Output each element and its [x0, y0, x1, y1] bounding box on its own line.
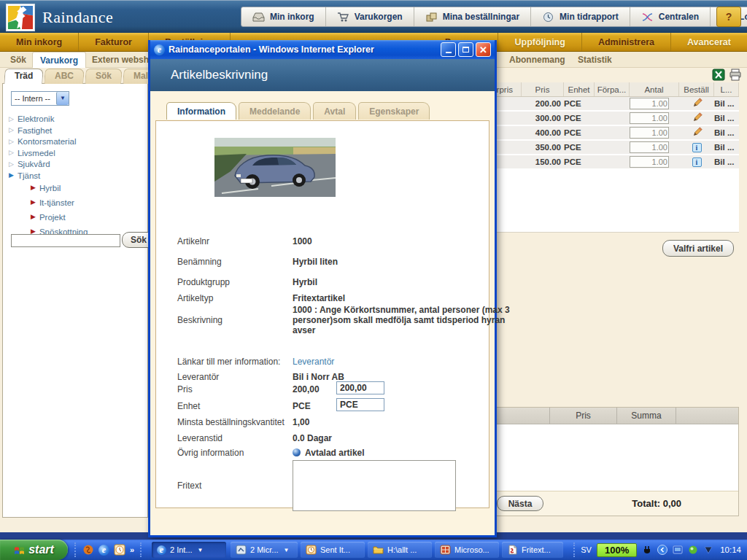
close-button[interactable]: ✕	[476, 42, 491, 57]
quick-launch-clock-icon[interactable]	[114, 544, 125, 556]
taskbar-task-microsoft-app[interactable]: Microso...	[435, 542, 499, 558]
windows-flag-icon	[14, 545, 25, 556]
leverantor-link[interactable]: Leverantör	[293, 357, 511, 367]
print-icon[interactable]	[729, 69, 742, 81]
tree-item-elektronik[interactable]: ▷Elektronik	[9, 114, 144, 123]
cell-leverantor[interactable]: Bil ...	[714, 158, 739, 166]
tree-item-hyrbil[interactable]: ▶Hyrbil	[31, 184, 144, 192]
quick-launch-overflow-chevron[interactable]: »	[130, 545, 134, 554]
cell-leverantor[interactable]: Bil ...	[714, 114, 739, 122]
sidebar-tabs: Träd ABC Sök Mallar	[4, 69, 169, 84]
info-icon[interactable]: i	[692, 143, 702, 152]
table-row: 400.00 PCE Bil ...	[481, 126, 739, 141]
col-header-leverantor: L...	[714, 82, 739, 96]
taskbar-clock[interactable]: 10:14	[720, 545, 741, 554]
subnav-sok[interactable]: Sök	[3, 52, 34, 68]
antal-input[interactable]	[630, 127, 669, 139]
maximize-button[interactable]	[458, 42, 473, 57]
antal-input[interactable]	[630, 98, 669, 109]
tree-item-it-tjanster[interactable]: ▶It-tjänster	[31, 198, 144, 207]
taskbar-task-microsoft[interactable]: 2 Micr... ▼	[231, 542, 298, 558]
tree-item-tjanst[interactable]: ▶Tjänst	[9, 171, 144, 180]
nav-administrera[interactable]: Administrera	[582, 33, 671, 51]
tree-item-sjukvard[interactable]: ▷Sjukvård	[9, 160, 144, 168]
field-value: 1000 : Ange Körkortsnummer, antal person…	[293, 305, 513, 335]
leaf-triangle-icon: ▶	[31, 199, 36, 206]
hide-icons-chevron[interactable]	[657, 545, 667, 555]
tree-item-label: Hyrbil	[39, 184, 61, 192]
cell-enhet: PCE	[564, 128, 595, 137]
brand-name: Raindance	[42, 8, 113, 27]
help-button[interactable]: ?	[716, 7, 741, 27]
tree-item-livsmedel[interactable]: ▷Livsmedel	[9, 149, 144, 158]
nav-fakturor[interactable]: Fakturor	[79, 33, 149, 51]
cell-leverantor[interactable]: Bil ...	[714, 99, 739, 108]
tree-item-label: Livsmedel	[18, 149, 55, 158]
taskbar-task-folder[interactable]: H:\allt ...	[368, 542, 432, 558]
top-menu-min-tidrapport[interactable]: Min tidrapport	[531, 7, 630, 26]
valfri-artikel-button[interactable]: Valfri artikel	[662, 240, 734, 257]
pris-input[interactable]	[336, 381, 384, 394]
tree-item-fastighet[interactable]: ▷Fastighet	[9, 126, 144, 135]
article-detail-panel: Artikelnr 1000 Benämning Hyrbil liten Pr…	[155, 120, 489, 508]
popup-title-bar[interactable]: e Raindanceportalen - Windows Internet E…	[150, 40, 495, 59]
top-menu-varukorgen[interactable]: Varukorgen	[326, 7, 414, 26]
excel-export-icon[interactable]	[712, 69, 725, 81]
sidebar-tab-abc[interactable]: ABC	[44, 69, 85, 84]
antal-input[interactable]	[630, 141, 669, 153]
nav-uppfoljning[interactable]: Uppföljning	[498, 33, 581, 51]
subnav-varukorg[interactable]: Varukorg	[32, 52, 86, 68]
tree-item-kontorsmaterial[interactable]: ▷Kontorsmaterial	[9, 137, 144, 146]
tab-egenskaper[interactable]: Egenskaper	[358, 102, 430, 120]
fritext-textarea[interactable]	[293, 460, 456, 511]
network-tray-icon[interactable]	[673, 545, 683, 555]
sidebar-tab-label: Sök	[96, 71, 112, 81]
quick-launch-app-icon[interactable]	[82, 544, 94, 556]
power-plug-icon[interactable]	[642, 545, 652, 555]
top-menu-label: Varukorgen	[355, 12, 403, 22]
cart-total-label: Totalt:	[632, 498, 660, 509]
inbox-icon	[252, 12, 265, 23]
subnav-statistik[interactable]: Statistik	[570, 52, 619, 68]
field-value: Hyrbil liten	[293, 257, 511, 267]
tab-information[interactable]: Information	[166, 102, 236, 120]
tree-filter-select[interactable]: -- Intern -- ▼	[11, 91, 69, 106]
subnav-abonnemang[interactable]: Abonnemang	[502, 52, 573, 68]
info-icon[interactable]: i	[692, 158, 702, 167]
taskbar-task-fritext[interactable]: Fritext...	[502, 542, 563, 558]
triangle-tray-icon[interactable]	[703, 545, 713, 555]
tab-meddelande[interactable]: Meddelande	[239, 102, 311, 120]
edit-pencil-icon[interactable]	[692, 127, 703, 138]
edit-pencil-icon[interactable]	[692, 112, 703, 123]
collapsed-triangle-icon: ▷	[9, 161, 14, 168]
nav-avancerat[interactable]: Avancerat	[671, 33, 747, 51]
edit-pencil-icon[interactable]	[692, 98, 703, 109]
sidebar-tab-trad[interactable]: Träd	[4, 69, 44, 84]
nasta-button[interactable]: Nästa	[497, 496, 543, 511]
zoom-level-indicator[interactable]: 100%	[597, 543, 637, 557]
sidebar-tab-sok[interactable]: Sök	[85, 69, 123, 84]
sidebar-search-input[interactable]	[11, 234, 120, 247]
antal-input[interactable]	[630, 112, 669, 124]
tree-item-projekt[interactable]: ▶Projekt	[31, 213, 144, 222]
cell-leverantor[interactable]: Bil ...	[714, 128, 739, 137]
antal-input[interactable]	[630, 156, 669, 168]
sidebar-tab-label: ABC	[55, 71, 74, 81]
top-menu-mina-bestallningar[interactable]: Mina beställningar	[414, 7, 531, 26]
nav-min-inkorg[interactable]: Min inkorg	[0, 33, 79, 51]
taskbar-task-internet[interactable]: e 2 Int... ▼	[152, 542, 226, 558]
taskbar-task-sent-items[interactable]: Sent It...	[301, 542, 365, 558]
top-menu-centralen[interactable]: Centralen	[630, 7, 711, 26]
messenger-tray-icon[interactable]	[688, 545, 698, 555]
language-indicator[interactable]: SV	[581, 545, 592, 554]
taskbar: start e » e 2 Int... ▼ 2 Micr... ▼	[0, 540, 747, 560]
enhet-input[interactable]	[336, 398, 384, 411]
popup-tabs: Information Meddelande Avtal Egenskaper	[166, 102, 430, 120]
minimize-button[interactable]	[441, 42, 456, 57]
top-menu-min-inkorg[interactable]: Min inkorg	[241, 7, 326, 26]
start-button[interactable]: start	[0, 540, 68, 560]
app-red-icon	[440, 545, 451, 555]
cell-leverantor[interactable]: Bil ...	[714, 143, 739, 152]
quick-launch-ie-icon[interactable]: e	[98, 545, 109, 556]
tab-avtal[interactable]: Avtal	[313, 102, 356, 120]
